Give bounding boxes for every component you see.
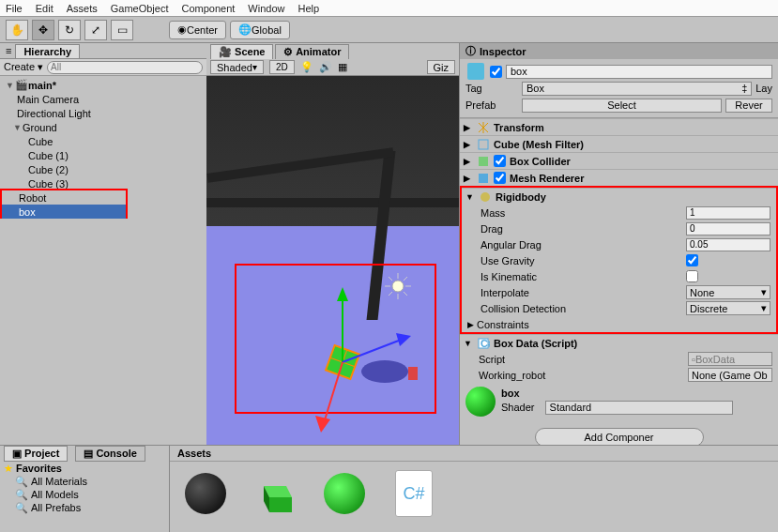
workingrobot-field[interactable]: None (Game Ob [688,368,772,382]
menu-help[interactable]: Help [297,3,319,14]
svg-point-9 [361,360,408,383]
menu-component[interactable]: Component [181,3,235,14]
fav-item[interactable]: 🔍All Models [0,488,169,501]
fav-item[interactable]: 🔍All Materials [0,475,169,488]
star-icon: ★ [4,463,13,475]
menu-bar: File Edit Assets GameObject Component Wi… [0,0,778,17]
audio-toggle-icon[interactable]: 🔊 [319,61,332,73]
drag-field[interactable] [686,222,770,236]
hierarchy-tab[interactable]: Hierarchy [15,44,80,58]
svg-rect-21 [479,140,488,149]
menu-window[interactable]: Window [248,3,284,14]
menu-file[interactable]: File [6,3,23,14]
selected-object-gizmo[interactable] [263,273,432,442]
prefab-select[interactable]: Select [522,99,722,113]
meshrenderer-header[interactable]: ▶Mesh Renderer [460,169,778,186]
2d-toggle[interactable]: 2D [269,60,295,74]
add-component-button[interactable]: Add Componer [535,428,704,445]
scene-tab-bar: 🎥 Scene ⚙ Animator [206,43,459,59]
pivot-toggle[interactable]: ◉ Center [169,21,226,39]
create-dropdown[interactable]: Create ▾ [4,61,43,73]
console-tab[interactable]: ▤ Console [75,446,145,462]
gizmos-dropdown[interactable]: Giz [427,60,456,74]
search-icon: 🔍 [15,476,28,488]
tree-item-ground[interactable]: ▼Ground [0,120,206,134]
boxcollider-header[interactable]: ▶Box Collider [460,152,778,169]
mass-field[interactable] [686,206,770,220]
mesh-icon [477,138,490,151]
rotate-tool[interactable]: ↻ [58,20,81,40]
search-icon: 🔍 [15,502,28,514]
tag-label: Tag [465,83,518,94]
asset-item[interactable] [247,465,303,522]
rect-tool[interactable]: ▭ [111,20,133,40]
inspector-panel: ⓘInspector Tag Box‡ Lay Prefab Select Re… [459,43,778,445]
tag-dropdown[interactable]: Box‡ [522,82,752,96]
colldet-label: Collision Detection [481,303,686,314]
asset-item[interactable]: C# [386,465,442,522]
scene-root[interactable]: ▼🎬 main* [0,78,206,92]
gravity-checkbox[interactable] [686,254,698,266]
scene-tab[interactable]: 🎥 Scene [210,44,273,59]
svg-rect-19 [408,367,418,380]
fav-item[interactable]: 🔍All Prefabs [0,501,169,514]
prefab-revert[interactable]: Rever [725,99,772,113]
material-preview-icon [465,387,496,417]
tree-item[interactable]: Main Camera [0,92,206,106]
shader-dropdown[interactable]: Standard [545,401,733,415]
kinematic-checkbox[interactable] [686,270,698,282]
svg-rect-22 [479,157,488,166]
meshfilter-header[interactable]: ▶Cube (Mesh Filter) [460,135,778,152]
assets-header[interactable]: Assets [170,446,778,462]
angdrag-field[interactable] [686,238,770,251]
menu-assets[interactable]: Assets [67,3,98,14]
project-tab[interactable]: ▣ Project [4,446,68,462]
script-label: Script [479,354,688,365]
rigidbody-icon [479,190,492,204]
inspector-tab[interactable]: Inspector [480,46,526,57]
menu-gameobject[interactable]: GameObject [111,3,169,14]
light-toggle-icon[interactable]: 💡 [300,61,313,73]
script-icon: C# [477,337,490,350]
boxdata-header[interactable]: ▼C#Box Data (Script) [460,334,778,351]
space-toggle[interactable]: 🌐 Global [230,21,290,39]
menu-edit[interactable]: Edit [36,3,53,14]
tree-item[interactable]: Cube [0,134,206,148]
collider-icon [477,155,490,168]
tree-item[interactable]: Cube (1) [0,148,206,162]
tree-item-robot[interactable]: Robot [2,190,126,205]
scene-view[interactable] [206,76,459,445]
animator-tab[interactable]: ⚙ Animator [275,44,349,59]
renderer-icon [477,172,490,185]
script-field[interactable]: ▫BoxData [688,352,772,366]
hand-tool[interactable]: ✋ [6,20,28,40]
active-checkbox[interactable] [490,66,502,78]
favorites-header[interactable]: Favorites [16,463,62,474]
renderer-enable[interactable] [494,172,506,184]
rigidbody-header[interactable]: ▼Rigidbody [462,188,776,205]
colldet-dropdown[interactable]: Discrete▾ [686,301,770,315]
interp-dropdown[interactable]: None▾ [686,285,770,299]
tree-item-box[interactable]: box [2,205,126,219]
scale-tool[interactable]: ⤢ [84,20,107,40]
transform-header[interactable]: ▶Transform [460,118,778,135]
object-name-field[interactable] [506,65,772,79]
svg-rect-20 [467,63,484,80]
tree-item[interactable]: Directional Light [0,106,206,120]
asset-item[interactable] [316,465,373,522]
asset-item[interactable] [177,465,234,522]
constraints-label[interactable]: Constraints [477,319,770,330]
tree-item[interactable]: Cube (2) [0,162,206,176]
material-header[interactable]: box Shader Standard [460,383,778,420]
svg-line-15 [343,339,404,362]
hierarchy-search[interactable] [47,61,203,74]
collider-enable[interactable] [494,155,506,167]
move-tool[interactable]: ✥ [32,20,54,40]
svg-marker-14 [337,287,348,301]
angdrag-label: Angular Drag [481,239,686,251]
inspector-icon: ⓘ [465,44,476,58]
fx-toggle-icon[interactable]: ▦ [338,61,347,73]
shading-mode[interactable]: Shaded ▾ [210,60,264,74]
svg-rect-23 [479,174,488,183]
hierarchy-tab-bar: ≡ Hierarchy [0,43,206,59]
